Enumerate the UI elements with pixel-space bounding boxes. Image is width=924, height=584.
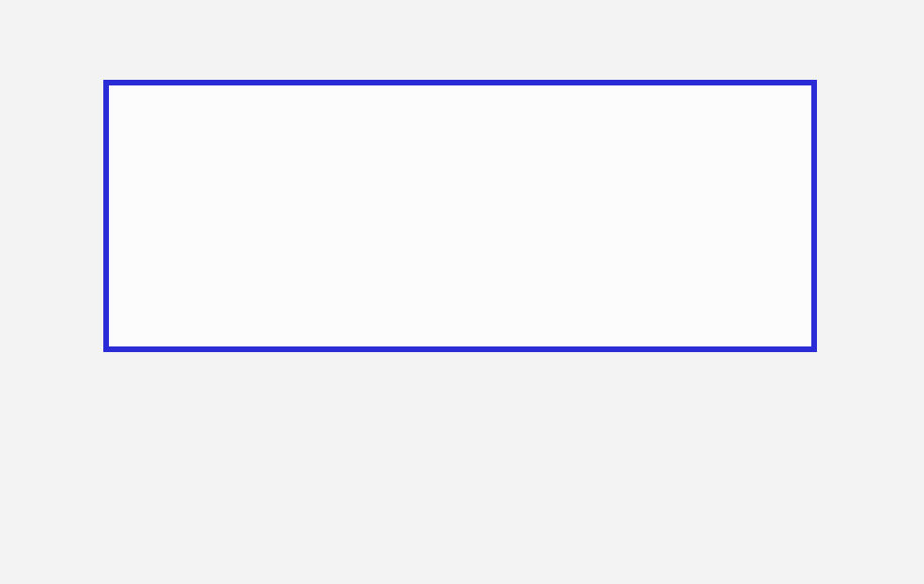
rectangle-shape	[103, 80, 817, 352]
